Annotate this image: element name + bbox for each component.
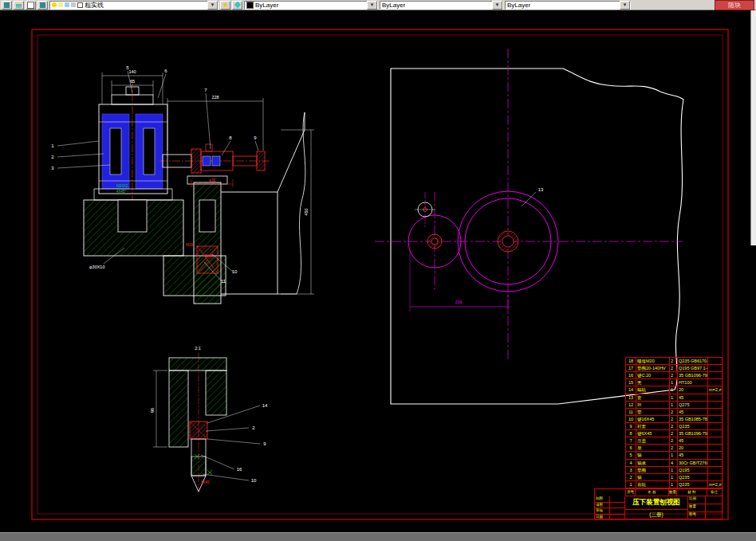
bom-cell: 2: [669, 430, 677, 437]
bom-cell: [707, 430, 722, 437]
bom-cell: 1: [669, 452, 677, 458]
bom-cell: 1: [669, 394, 677, 401]
table-row: 13套145: [626, 394, 722, 401]
dimension-text: 65: [130, 79, 135, 84]
assembly-section-view: φ30 140 65 228 450 φ30X10: [51, 65, 314, 304]
bom-cell: 衬套: [636, 423, 669, 429]
right-scrollbar[interactable]: [750, 10, 756, 245]
title-block-row: 描图: [595, 502, 624, 508]
plot-style-button[interactable]: 随块: [715, 0, 754, 10]
layer-plot-icon: [71, 2, 76, 7]
balloon-label: 1: [51, 143, 54, 148]
bom-cell: 1: [669, 379, 677, 386]
bom-cell: 轴: [636, 452, 669, 458]
bom-cell: 2: [669, 358, 677, 364]
properties-icon: [234, 2, 240, 8]
bom-cell: [707, 474, 722, 480]
bom-cell: 45: [677, 409, 707, 415]
bom-cell: 垫: [636, 409, 669, 415]
linetype-combo-dropdown-icon[interactable]: ▼: [492, 1, 502, 10]
properties-button[interactable]: [232, 1, 242, 10]
drawing-canvas[interactable]: φ30 140 65 228 450 φ30X10: [0, 10, 756, 532]
title-block: 序号名 称数量材 料备注 制图描图审核日期 压下装置刨视图 (三册) 比例数量图…: [594, 488, 723, 519]
bom-header-cell: 材 料: [676, 489, 707, 496]
bom-cell: 8: [626, 430, 636, 437]
bom-cell: 5: [626, 452, 636, 458]
bom-cell: 45: [677, 394, 707, 401]
bom-header-cell: 名 称: [635, 489, 668, 496]
layer-combo-dropdown-icon[interactable]: ▼: [207, 1, 218, 10]
bom-cell: 1: [669, 467, 677, 473]
lineweight-combo-dropdown-icon[interactable]: ▼: [620, 1, 630, 10]
bom-cell: 10: [626, 416, 636, 422]
table-row: 7压盖245: [626, 437, 722, 444]
layer-thaw-icon: [58, 2, 63, 7]
title-block-value: [609, 515, 624, 520]
balloon-label: 13: [538, 187, 544, 192]
match-properties-button[interactable]: [220, 1, 230, 10]
bom-header-row: 序号名 称数量材 料备注: [625, 489, 723, 496]
table-row: 4轴承430Cr GB/T276-84: [626, 459, 722, 466]
lineweight-combo[interactable]: ByLayer ▼: [505, 1, 631, 10]
title-block-label: 数量: [688, 504, 705, 512]
hub-note: 6X45: [204, 254, 213, 258]
color-combo[interactable]: ByLayer ▼: [244, 1, 378, 10]
table-row: 11垫245: [626, 408, 722, 415]
balloon-label: 2: [51, 155, 54, 159]
thread-note: M24X2: [116, 184, 128, 188]
bom-cell: 轴承: [636, 460, 669, 466]
bom-cell: 4: [626, 460, 636, 466]
layer-combo[interactable]: 粗实线 ▼: [49, 1, 219, 10]
layer-previous-button[interactable]: [26, 1, 36, 10]
bom-cell: 螺母M20: [636, 358, 669, 364]
layer-properties-icon: [16, 2, 22, 8]
bom-cell: 35 GB1096-79: [677, 372, 707, 378]
make-layer-current-button[interactable]: [2, 1, 12, 10]
bom-cell: [707, 416, 722, 422]
bom-cell: 35 GB1096-79: [677, 430, 707, 437]
hub-note: M16: [186, 243, 193, 247]
bom-header-cell: 序号: [625, 489, 635, 496]
dimension-text: 450: [304, 208, 309, 215]
balloon-label: 9: [263, 441, 266, 446]
title-block-row: 图号: [688, 512, 723, 519]
bom-cell: 20: [677, 386, 707, 393]
bom-cell: 键6X45: [636, 430, 669, 437]
balloon-label: 6: [164, 69, 167, 73]
linetype-combo[interactable]: ByLayer ▼: [380, 1, 503, 10]
bom-cell: 2: [626, 474, 636, 480]
drawing-title: 压下装置刨视图: [625, 496, 687, 510]
balloon-label: 7: [204, 88, 207, 92]
top-toolbar: 粗实线 ▼ ByLayer ▼ ByLayer ▼ ByLayer ▼ 随块: [0, 0, 756, 10]
chamfer-note: 6X45: [201, 480, 210, 484]
bom-cell: 2: [669, 365, 677, 371]
table-row: 6座220: [626, 444, 722, 451]
balloon-label: 16: [237, 467, 242, 472]
table-row: 9衬套2Q235: [626, 422, 722, 429]
balloon-label: 8: [229, 135, 232, 140]
layer-properties-button[interactable]: [14, 1, 24, 10]
bom-cell: [707, 467, 722, 473]
layer-states-button[interactable]: [37, 1, 48, 10]
make-layer-current-icon: [4, 2, 10, 8]
bom-cell: m=2,z=14: [707, 386, 722, 393]
color-combo-dropdown-icon[interactable]: ▼: [367, 1, 377, 10]
bom-cell: Q275: [677, 402, 707, 408]
bom-cell: 2: [669, 416, 677, 422]
bom-header-cell: 数量: [668, 489, 676, 496]
bom-cell: 1: [669, 481, 677, 488]
bom-cell: 3: [626, 467, 636, 473]
bom-cell: 轴: [636, 474, 669, 480]
dimension-text: 216: [455, 300, 462, 304]
title-block-row: 比例: [688, 496, 723, 504]
title-block-value: [705, 496, 723, 504]
bom-cell: Q235: [677, 474, 707, 480]
bom-cell: 环: [636, 402, 669, 408]
layer-combo-value: 粗实线: [85, 1, 104, 10]
title-block-row: 审核: [595, 508, 624, 514]
table-row: 15壳1HT100: [626, 378, 722, 386]
bom-cell: 30Cr GB/T276-84: [677, 460, 707, 466]
dimension-text: 96: [150, 408, 155, 413]
bom-cell: 套: [636, 394, 669, 401]
bom-cell: 35 GB1085-78: [677, 416, 707, 422]
